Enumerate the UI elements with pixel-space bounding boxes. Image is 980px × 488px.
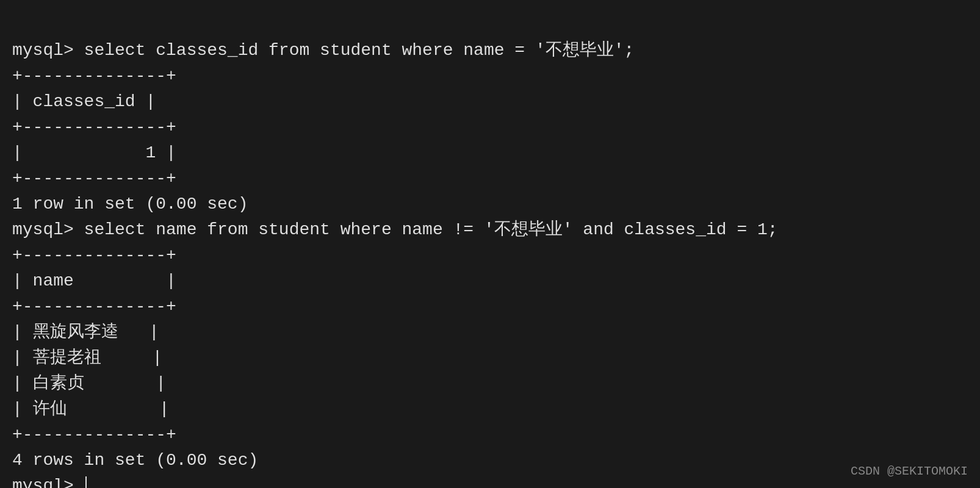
terminal-line: | 黑旋风李逵 |	[12, 320, 968, 345]
terminal-line: mysql>	[12, 473, 968, 488]
terminal-line: +--------------+	[12, 243, 968, 268]
terminal-line: +--------------+	[12, 166, 968, 192]
terminal-line: 1 row in set (0.00 sec)	[12, 192, 968, 217]
terminal-line: +--------------+	[12, 63, 968, 89]
terminal-line: | name |	[12, 268, 968, 294]
terminal-line: | classes_id |	[12, 89, 968, 115]
terminal-line: +--------------+	[12, 294, 968, 320]
terminal-output: mysql> select classes_id from student wh…	[12, 12, 968, 488]
terminal-line: +--------------+	[12, 115, 968, 140]
terminal-line: | 菩提老祖 |	[12, 345, 968, 371]
watermark: CSDN @SEKITOMOKI	[851, 464, 968, 478]
terminal-line: | 许仙 |	[12, 396, 968, 422]
terminal-line: 4 rows in set (0.00 sec)	[12, 448, 968, 473]
terminal-line: +--------------+	[12, 422, 968, 448]
terminal-line: | 白素贞 |	[12, 371, 968, 396]
terminal-line: mysql> select classes_id from student wh…	[12, 38, 968, 63]
terminal-line: | 1 |	[12, 140, 968, 166]
terminal-line: mysql> select name from student where na…	[12, 217, 968, 243]
